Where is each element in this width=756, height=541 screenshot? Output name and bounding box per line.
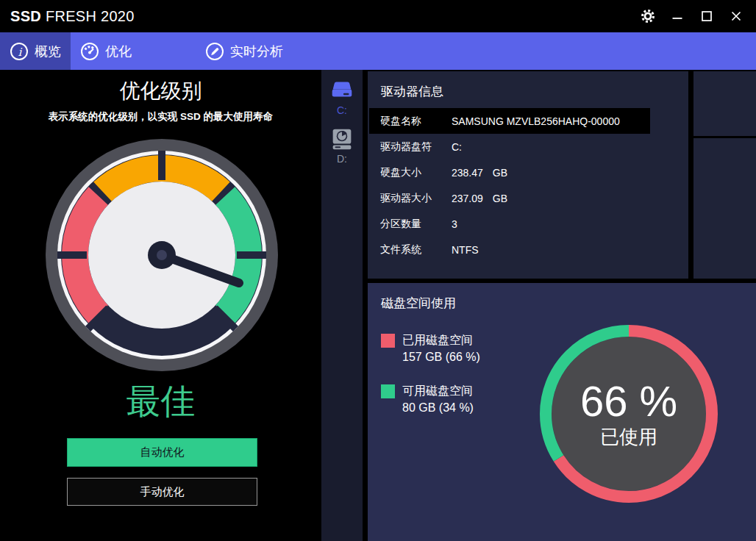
drive-item-d[interactable]: D: bbox=[328, 124, 356, 165]
used-space-detail: 157 GB (66 %) bbox=[402, 348, 480, 365]
window-title-brand: SSD bbox=[10, 8, 41, 24]
auto-optimize-button[interactable]: 自动优化 bbox=[67, 438, 257, 467]
tab-realtime-analysis-label: 实时分析 bbox=[230, 43, 283, 60]
row-label: 分区数量 bbox=[380, 218, 452, 231]
tab-realtime-analysis[interactable]: 实时分析 bbox=[196, 32, 293, 70]
row-label: 硬盘大小 bbox=[380, 166, 452, 179]
free-space-label: 可用磁盘空间 bbox=[402, 382, 474, 399]
app-window: SSD FRESH 2020 i bbox=[0, 0, 756, 541]
table-row-disk-name: 硬盘名称 SAMSUNG MZVLB256HAHQ-00000 bbox=[369, 108, 650, 134]
disk-usage-legend: 已用磁盘空间 157 GB (66 %) 可用磁盘空间 80 GB (34 %) bbox=[381, 332, 480, 433]
speedometer-icon bbox=[80, 42, 99, 61]
row-value: 238.47 bbox=[452, 167, 483, 179]
window-title: SSD FRESH 2020 bbox=[10, 8, 135, 25]
title-bar: SSD FRESH 2020 bbox=[0, 0, 756, 32]
table-row-disk-size: 硬盘大小 238.47 GB bbox=[369, 160, 650, 185]
drive-letter-c: C: bbox=[337, 104, 347, 116]
row-label: 硬盘名称 bbox=[380, 115, 452, 128]
optimization-panel: 优化级别 表示系统的优化级别，以实现 SSD 的最大使用寿命 最佳 自动优化 手… bbox=[0, 70, 321, 541]
drive-info-title: 驱动器信息 bbox=[381, 83, 443, 100]
optimization-gauge bbox=[44, 137, 279, 373]
free-space-detail: 80 GB (34 %) bbox=[402, 399, 474, 416]
maximize-icon[interactable] bbox=[697, 7, 716, 26]
clipped-card-bottom bbox=[693, 138, 756, 279]
drive-info-table: 硬盘名称 SAMSUNG MZVLB256HAHQ-00000 驱动器盘符 C:… bbox=[369, 108, 650, 262]
disk-usage-title: 磁盘空间使用 bbox=[381, 295, 456, 312]
window-title-rest: FRESH 2020 bbox=[41, 8, 135, 24]
row-label: 驱动器大小 bbox=[380, 192, 452, 205]
table-row-partition-count: 分区数量 3 bbox=[369, 211, 650, 237]
tab-overview[interactable]: i 概览 bbox=[0, 32, 71, 70]
tab-optimize[interactable]: 优化 bbox=[71, 32, 141, 70]
drive-letter-d: D: bbox=[337, 153, 347, 165]
row-unit: GB bbox=[493, 167, 507, 179]
manual-optimize-button[interactable]: 手动优化 bbox=[67, 478, 257, 506]
drive-item-c[interactable]: C: bbox=[328, 76, 356, 116]
legend-item-free: 可用磁盘空间 80 GB (34 %) bbox=[381, 382, 480, 416]
table-row-drive-letter: 驱动器盘符 C: bbox=[369, 134, 650, 160]
svg-text:i: i bbox=[18, 46, 23, 59]
ssd-drive-icon bbox=[328, 76, 356, 104]
settings-gear-icon[interactable] bbox=[638, 7, 657, 26]
tab-optimize-label: 优化 bbox=[105, 43, 132, 60]
tab-overview-label: 概览 bbox=[35, 43, 61, 60]
donut-caption: 已使用 bbox=[600, 425, 657, 448]
table-row-file-system: 文件系统 NTFS bbox=[369, 237, 650, 262]
pencil-icon bbox=[205, 42, 224, 61]
clipped-card-top bbox=[693, 71, 756, 136]
window-controls bbox=[638, 7, 746, 26]
row-label: 文件系统 bbox=[380, 243, 452, 257]
minimize-icon[interactable] bbox=[668, 7, 687, 26]
close-icon[interactable] bbox=[727, 7, 746, 26]
row-label: 驱动器盘符 bbox=[380, 140, 452, 154]
donut-percent: 66 % bbox=[580, 379, 677, 423]
hdd-drive-icon bbox=[328, 124, 356, 152]
row-value: C: bbox=[452, 141, 462, 153]
row-value: 237.09 bbox=[452, 193, 483, 204]
disk-usage-card: 磁盘空间使用 已用磁盘空间 157 GB (66 %) 可用磁盘空间 80 GB… bbox=[368, 283, 756, 541]
row-value: NTFS bbox=[452, 244, 479, 256]
donut-center-text: 66 % 已使用 bbox=[533, 318, 724, 509]
row-value: SAMSUNG MZVLB256HAHQ-00000 bbox=[452, 115, 620, 127]
tab-bar: i 概览 优化 实时分析 bbox=[0, 32, 756, 70]
table-row-drive-size: 驱动器大小 237.09 GB bbox=[369, 185, 650, 211]
optimization-title: 优化级别 bbox=[0, 77, 321, 105]
free-space-swatch bbox=[381, 384, 395, 398]
row-unit: GB bbox=[493, 193, 507, 204]
used-space-label: 已用磁盘空间 bbox=[402, 332, 480, 348]
optimization-subtitle: 表示系统的优化级别，以实现 SSD 的最大使用寿命 bbox=[43, 110, 279, 124]
optimization-status: 最佳 bbox=[0, 379, 321, 425]
legend-item-used: 已用磁盘空间 157 GB (66 %) bbox=[381, 332, 480, 365]
drive-info-card: 驱动器信息 硬盘名称 SAMSUNG MZVLB256HAHQ-00000 驱动… bbox=[368, 71, 688, 279]
details-panel: 驱动器信息 硬盘名称 SAMSUNG MZVLB256HAHQ-00000 驱动… bbox=[363, 70, 756, 541]
info-icon: i bbox=[10, 42, 29, 61]
used-space-swatch bbox=[381, 334, 395, 348]
row-value: 3 bbox=[452, 218, 457, 230]
drive-list: C: D: bbox=[321, 70, 363, 541]
